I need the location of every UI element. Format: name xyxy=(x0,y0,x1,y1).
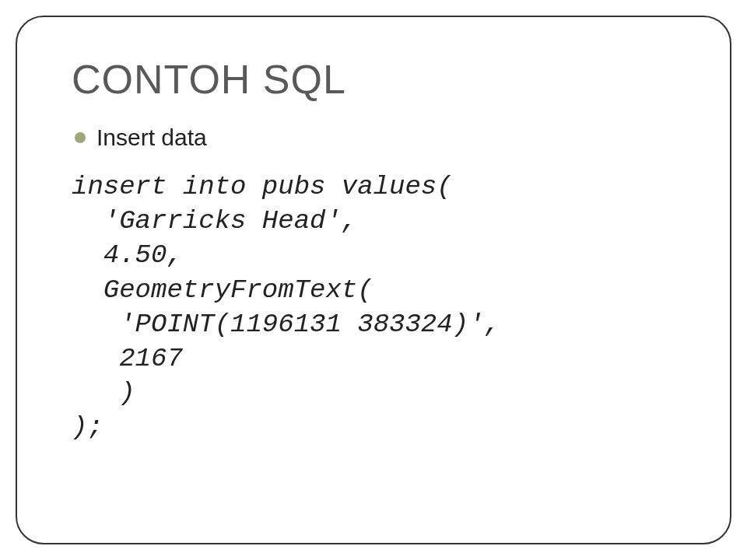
bullet-text: Insert data xyxy=(96,124,207,151)
slide-frame: CONTOH SQL Insert data insert into pubs … xyxy=(16,16,731,544)
code-block: insert into pubs values( 'Garricks Head'… xyxy=(72,170,683,445)
bullet-icon xyxy=(75,132,86,143)
slide-title: CONTOH SQL xyxy=(72,56,683,103)
bullet-item: Insert data xyxy=(75,124,683,151)
